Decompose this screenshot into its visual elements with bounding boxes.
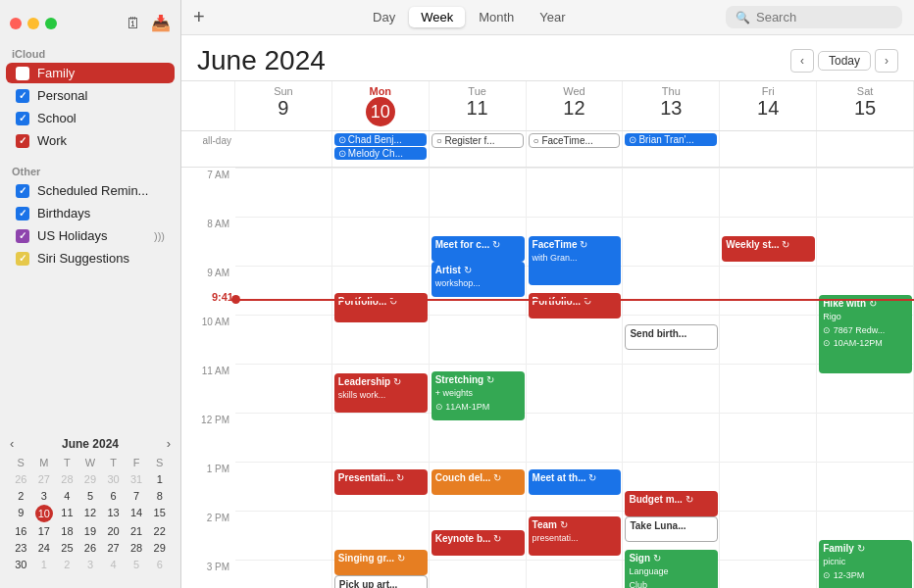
allday-event[interactable]: ⊙ Melody Ch... bbox=[334, 147, 427, 160]
time-cell[interactable] bbox=[720, 511, 817, 560]
prev-period-button[interactable]: ‹ bbox=[790, 49, 814, 73]
mini-cal-day[interactable]: 1 bbox=[148, 471, 171, 487]
calendar-event[interactable]: Portfolio... ↻ bbox=[334, 293, 428, 322]
mini-cal-day[interactable]: 22 bbox=[148, 523, 171, 539]
time-cell[interactable] bbox=[430, 168, 527, 217]
time-cell[interactable] bbox=[235, 560, 332, 588]
mini-cal-day[interactable]: 29 bbox=[79, 471, 102, 487]
mini-cal-day[interactable]: 28 bbox=[56, 471, 78, 487]
mini-cal-day[interactable]: 28 bbox=[126, 540, 148, 556]
mini-cal-today[interactable]: 10 bbox=[35, 505, 53, 522]
time-cell[interactable] bbox=[623, 217, 720, 266]
sidebar-item-family[interactable]: Family bbox=[6, 63, 175, 83]
calendar-event[interactable]: Send birth... bbox=[625, 324, 718, 350]
time-cell[interactable] bbox=[623, 364, 720, 413]
mini-cal-day[interactable]: 20 bbox=[102, 523, 125, 539]
time-cell[interactable] bbox=[720, 266, 817, 315]
mini-cal-day[interactable]: 4 bbox=[56, 488, 78, 504]
time-cell[interactable] bbox=[720, 462, 817, 511]
mini-cal-day[interactable]: 27 bbox=[102, 540, 125, 556]
time-cell[interactable] bbox=[332, 217, 430, 266]
add-event-button[interactable]: + bbox=[193, 6, 205, 28]
mini-cal-next[interactable]: › bbox=[167, 436, 171, 451]
time-cell[interactable] bbox=[430, 560, 527, 588]
mini-cal-day[interactable]: 6 bbox=[102, 488, 125, 504]
time-cell[interactable] bbox=[527, 168, 624, 217]
mini-cal-day[interactable]: 31 bbox=[126, 471, 148, 487]
mini-cal-day[interactable]: 29 bbox=[148, 540, 171, 556]
time-cell[interactable] bbox=[235, 217, 332, 266]
sidebar-item-work[interactable]: Work bbox=[6, 130, 175, 151]
maximize-button[interactable] bbox=[45, 18, 57, 29]
sidebar-item-reminders[interactable]: Scheduled Remin... bbox=[6, 180, 175, 201]
time-cell[interactable] bbox=[527, 364, 624, 413]
time-cell[interactable] bbox=[623, 266, 720, 315]
mini-cal-day[interactable]: 5 bbox=[126, 557, 148, 572]
sidebar-item-holidays[interactable]: US Holidays ))) bbox=[6, 225, 175, 246]
mini-cal-day[interactable]: 18 bbox=[56, 523, 78, 539]
calendar-event[interactable]: Sign ↻LanguageClub⊙ 12-2PM bbox=[625, 550, 718, 588]
time-cell[interactable] bbox=[720, 413, 817, 462]
allday-event[interactable]: ○ FaceTime... bbox=[529, 133, 621, 148]
time-cell[interactable] bbox=[720, 364, 817, 413]
mini-cal-day[interactable]: 21 bbox=[126, 523, 148, 539]
time-cell[interactable] bbox=[235, 462, 332, 511]
time-cell[interactable] bbox=[527, 315, 624, 364]
time-cell[interactable] bbox=[332, 168, 430, 217]
time-cell[interactable] bbox=[817, 168, 914, 217]
calendar-event[interactable]: Meet at th... ↻ bbox=[529, 469, 622, 495]
time-cell[interactable] bbox=[817, 413, 914, 462]
mini-cal-day[interactable]: 24 bbox=[33, 540, 56, 556]
next-period-button[interactable]: › bbox=[875, 49, 898, 73]
calendar-event[interactable]: Meet for c... ↻ bbox=[432, 236, 525, 262]
calendar-event[interactable]: Pick up art... bbox=[334, 575, 428, 588]
mini-cal-day[interactable]: 3 bbox=[33, 488, 56, 504]
mini-cal-day[interactable]: 5 bbox=[79, 488, 102, 504]
allday-event[interactable]: ⊙ Brian Tran'... bbox=[625, 133, 717, 146]
time-cell[interactable] bbox=[430, 315, 527, 364]
mini-cal-day[interactable]: 15 bbox=[148, 505, 171, 522]
search-box[interactable]: 🔍 bbox=[726, 6, 902, 28]
time-cell[interactable] bbox=[817, 462, 914, 511]
time-cell[interactable] bbox=[817, 217, 914, 266]
sidebar-item-school[interactable]: School bbox=[6, 108, 175, 128]
mini-cal-day[interactable]: 9 bbox=[10, 505, 32, 522]
mini-cal-day[interactable]: 2 bbox=[56, 557, 78, 572]
view-month-button[interactable]: Month bbox=[467, 7, 526, 27]
mini-cal-day[interactable]: 3 bbox=[79, 557, 102, 572]
calendar-event[interactable]: Family ↻picnic⊙ 12-3PM bbox=[819, 540, 912, 588]
search-input[interactable] bbox=[756, 10, 892, 24]
mini-cal-day[interactable]: 30 bbox=[102, 471, 125, 487]
today-button[interactable]: Today bbox=[818, 51, 871, 71]
calendar-event[interactable]: Take Luna... bbox=[625, 516, 718, 542]
view-week-button[interactable]: Week bbox=[409, 7, 465, 27]
time-cell[interactable] bbox=[235, 315, 332, 364]
calendar-event[interactable]: Weekly st... ↻ bbox=[722, 236, 815, 262]
mini-cal-day[interactable]: 6 bbox=[148, 557, 171, 572]
calendar-icon[interactable]: 🗓 bbox=[126, 14, 141, 32]
allday-event[interactable]: ⊙ Chad Benj... bbox=[334, 133, 427, 146]
mini-cal-day[interactable]: 25 bbox=[56, 540, 78, 556]
time-cell[interactable] bbox=[623, 168, 720, 217]
time-cell[interactable] bbox=[235, 511, 332, 560]
time-cell[interactable] bbox=[720, 168, 817, 217]
sidebar-item-personal[interactable]: Personal bbox=[6, 85, 175, 106]
time-cell[interactable] bbox=[527, 413, 624, 462]
allday-event[interactable]: ○ Register f... bbox=[432, 133, 524, 148]
calendar-event[interactable]: Couch del... ↻ bbox=[432, 469, 525, 495]
time-cell[interactable] bbox=[527, 560, 624, 588]
time-cell[interactable] bbox=[623, 413, 720, 462]
mini-cal-day[interactable]: 27 bbox=[33, 471, 56, 487]
calendar-event[interactable]: Budget m... ↻ bbox=[625, 491, 718, 516]
calendar-event[interactable]: Hike with ↻Rigo⊙ 7867 Redw...⊙ 10AM-12PM bbox=[819, 295, 912, 373]
mini-cal-day[interactable]: 16 bbox=[10, 523, 32, 539]
sidebar-item-birthdays[interactable]: Birthdays bbox=[6, 203, 175, 223]
mini-cal-day[interactable]: 1 bbox=[33, 557, 56, 572]
mini-cal-day[interactable]: 17 bbox=[33, 523, 56, 539]
calendar-event[interactable]: Singing gr... ↻ bbox=[334, 550, 428, 575]
calendar-event[interactable]: Presentati... ↻ bbox=[334, 469, 428, 495]
calendar-event[interactable]: FaceTime ↻with Gran... bbox=[529, 236, 622, 285]
calendar-event[interactable]: Leadership ↻skills work... bbox=[334, 373, 428, 413]
sidebar-item-siri[interactable]: Siri Suggestions bbox=[6, 248, 175, 269]
mini-cal-day[interactable]: 8 bbox=[148, 488, 171, 504]
